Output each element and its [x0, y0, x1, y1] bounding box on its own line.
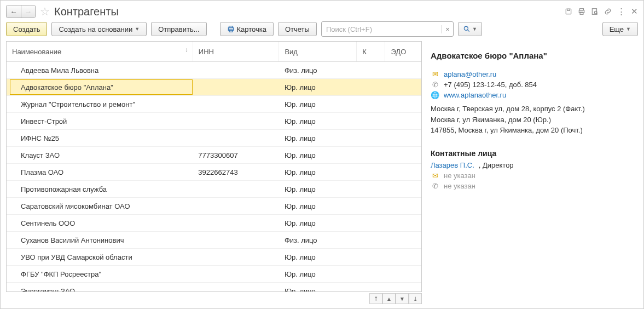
contact-phone-missing: не указан [444, 182, 475, 190]
details-title: Адвокатское бюро "Аплана" [431, 51, 638, 60]
cell-inn [193, 62, 279, 79]
table-row[interactable]: Суханов Василий АнтониновичФиз. лицо [7, 232, 421, 249]
table-row[interactable]: Авдеева Мила ЛьвовнаФиз. лицо [7, 62, 421, 79]
details-panel: Адвокатское бюро "Аплана" ✉ aplana@other… [431, 41, 638, 304]
detail-phone-line: ✆ +7 (495) 123-12-45, доб. 854 [431, 81, 638, 89]
cell-name: Журнал "Строительство и ремонт" [7, 96, 193, 113]
chevron-down-icon: ▼ [626, 26, 631, 32]
table-header-row: Наименование ↓ ИНН Вид К [7, 42, 421, 62]
arrow-left-icon: ← [10, 8, 17, 16]
search-box: × [321, 21, 454, 37]
more-button[interactable]: Еще ▼ [602, 22, 638, 36]
create-based-on-button[interactable]: Создать на основании ▼ [51, 22, 147, 36]
table-row[interactable]: Инвест-СтройЮр. лицо [7, 113, 421, 130]
search-input[interactable] [322, 25, 442, 33]
cell-name: Саратовский мясокомбинат ОАО [7, 198, 193, 215]
create-button[interactable]: Создать [6, 22, 47, 36]
save-icon[interactable] [565, 8, 572, 15]
table-row[interactable]: УВО при УВД Самарской областиЮр. лицо [7, 249, 421, 266]
cell-k [357, 96, 385, 113]
link-icon[interactable] [604, 8, 612, 15]
cell-kind: Юр. лицо [279, 266, 357, 283]
detail-phone: +7 (495) 123-12-45, доб. 854 [444, 81, 537, 89]
table-row[interactable]: Адвокатское бюро "Аплана"Юр. лицо [7, 79, 421, 96]
detail-website[interactable]: www.aplanaother.ru [444, 91, 506, 99]
cell-inn [193, 79, 279, 96]
cell-k [357, 113, 385, 130]
cell-inn [193, 283, 279, 293]
mail-icon: ✉ [431, 70, 439, 78]
card-button[interactable]: Карточка [220, 22, 274, 36]
col-header-name[interactable]: Наименование ↓ [7, 42, 193, 62]
cell-kind: Юр. лицо [279, 164, 357, 181]
nav-buttons: ← → [6, 5, 36, 18]
table-row[interactable]: ИФНС №25Юр. лицо [7, 130, 421, 147]
table-row[interactable]: Противопожарная службаЮр. лицо [7, 181, 421, 198]
svg-rect-0 [566, 9, 571, 14]
addresses: Москва г, Тверская ул, дом 28, корпус 2 … [431, 104, 638, 136]
cell-kind: Юр. лицо [279, 113, 357, 130]
cell-edo [385, 232, 421, 249]
send-button[interactable]: Отправить... [151, 22, 206, 36]
table-row[interactable]: Журнал "Строительство и ремонт"Юр. лицо [7, 96, 421, 113]
table-row[interactable]: ФГБУ "ФКП Росреестра"Юр. лицо [7, 266, 421, 283]
cell-kind: Юр. лицо [279, 249, 357, 266]
sort-asc-icon: ↓ [185, 46, 188, 53]
contacts-heading: Контактные лица [431, 149, 638, 158]
search-clear-icon[interactable]: × [442, 25, 453, 33]
address-legal: Москва г, ул Якиманка, дом 20 (Юр.) [431, 115, 638, 125]
pager-down-button[interactable]: ▼ [396, 293, 409, 304]
reports-button[interactable]: Отчеты [278, 22, 317, 36]
cell-edo [385, 113, 421, 130]
app-window: ← → ☆ Контрагенты ⋮ ✕ С [0, 0, 644, 309]
col-header-edo[interactable]: ЭДО [385, 42, 421, 62]
svg-rect-1 [567, 9, 570, 10]
cell-k [357, 147, 385, 164]
close-icon[interactable]: ✕ [631, 7, 638, 16]
col-header-kind[interactable]: Вид [279, 42, 357, 62]
table-row[interactable]: Плазма ОАО3922662743Юр. лицо [7, 164, 421, 181]
cell-k [357, 283, 385, 293]
print-icon[interactable] [578, 8, 585, 15]
cell-name: Адвокатское бюро "Аплана" [7, 79, 193, 96]
pager-first-button[interactable]: ⤒ [369, 293, 382, 304]
cell-inn [193, 96, 279, 113]
toolbar: Создать Создать на основании ▼ Отправить… [6, 21, 638, 37]
address-actual: Москва г, Тверская ул, дом 28, корпус 2 … [431, 104, 638, 115]
contact-role: , Директор [479, 161, 514, 169]
table-row[interactable]: Саратовский мясокомбинат ОАОЮр. лицо [7, 198, 421, 215]
chevron-down-icon: ▼ [135, 26, 140, 32]
header: ← → ☆ Контрагенты ⋮ ✕ [6, 5, 638, 18]
search-button[interactable]: ▼ [458, 22, 482, 36]
table-row[interactable]: Сентинель ОООЮр. лицо [7, 215, 421, 232]
cell-inn [193, 113, 279, 130]
cell-inn [193, 232, 279, 249]
cell-kind: Физ. лицо [279, 232, 357, 249]
more-menu-icon[interactable]: ⋮ [617, 7, 625, 16]
cell-edo [385, 198, 421, 215]
col-header-inn[interactable]: ИНН [193, 42, 279, 62]
pager-last-button[interactable]: ⤓ [409, 293, 422, 304]
content: Наименование ↓ ИНН Вид К [6, 41, 638, 304]
preview-icon[interactable] [591, 8, 599, 15]
cell-edo [385, 164, 421, 181]
table-row[interactable]: Энергомаш ЗАОЮр. лицо [7, 283, 421, 293]
favorite-star-icon[interactable]: ☆ [40, 5, 50, 18]
col-name-label: Наименование [12, 48, 61, 56]
col-header-k[interactable]: К [357, 42, 385, 62]
contact-name[interactable]: Лазарев П.С. [431, 161, 474, 169]
nav-back-button[interactable]: ← [7, 5, 21, 18]
cell-inn [193, 198, 279, 215]
cell-name: Клауст ЗАО [7, 147, 193, 164]
col-inn-label: ИНН [199, 48, 214, 56]
contractors-grid[interactable]: Наименование ↓ ИНН Вид К [6, 41, 422, 292]
nav-forward-button[interactable]: → [21, 5, 35, 18]
cell-k [357, 62, 385, 79]
pager-up-button[interactable]: ▲ [382, 293, 396, 304]
detail-email[interactable]: aplana@other.ru [444, 70, 496, 78]
contact-email-missing: не указан [444, 171, 475, 180]
detail-web-line: 🌐 www.aplanaother.ru [431, 91, 638, 99]
cell-name: Плазма ОАО [7, 164, 193, 181]
table-row[interactable]: Клауст ЗАО7773300607Юр. лицо [7, 147, 421, 164]
cell-kind: Юр. лицо [279, 283, 357, 293]
